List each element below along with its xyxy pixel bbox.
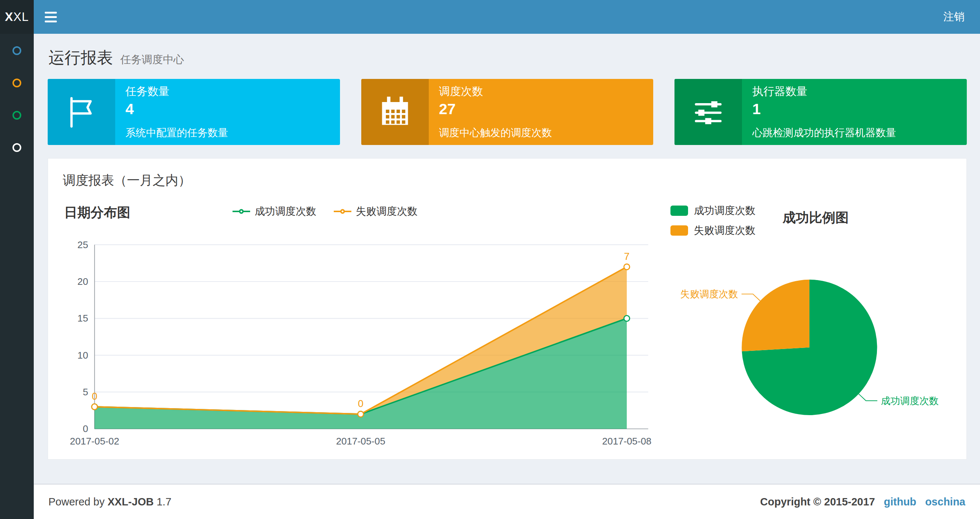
oschina-link[interactable]: oschina [925, 496, 965, 508]
flag-icon [48, 79, 115, 145]
info-box-value: 1 [752, 101, 955, 118]
info-box-trigger-count: 调度次数 27 调度中心触发的调度次数 [361, 79, 654, 145]
legend-item-success[interactable]: 成功调度次数 [670, 204, 756, 218]
left-rail: XXL [0, 0, 34, 519]
pie-chart-title: 成功比例图 [783, 209, 849, 227]
info-box-description: 调度中心触发的调度次数 [439, 126, 642, 140]
line-marker-icon [232, 207, 250, 216]
sliders-icon [675, 79, 742, 145]
page-header: 运行报表 任务调度中心 [48, 42, 967, 79]
area-chart-title: 日期分布图 [64, 205, 130, 220]
calendar-icon [361, 79, 429, 145]
info-box-description: 系统中配置的任务数量 [126, 126, 328, 140]
date-distribution-chart: 日期分布图 成功调度次数 失败调度次数 [59, 204, 657, 450]
swatch-icon [670, 206, 688, 216]
svg-text:0: 0 [92, 391, 97, 402]
area-chart-legend: 成功调度次数 失败调度次数 [232, 204, 417, 219]
sidebar-item-1[interactable] [13, 46, 21, 55]
product-name: XXL-JOB [107, 496, 154, 508]
sidebar [0, 34, 34, 519]
github-link[interactable]: github [884, 496, 916, 508]
swatch-icon [670, 225, 688, 236]
hamburger-icon [45, 12, 57, 14]
info-box-title: 任务数量 [126, 84, 328, 99]
sidebar-item-2[interactable] [13, 78, 21, 87]
top-navbar: 注销 [34, 0, 980, 34]
area-chart-svg: 05101520252017-05-022017-05-052017-05-08… [64, 229, 657, 450]
svg-text:5: 5 [83, 386, 88, 398]
copyright: Copyright © 2015-2017 github oschina [760, 496, 965, 508]
sidebar-item-4[interactable] [13, 143, 21, 152]
app-logo[interactable]: XXL [0, 0, 34, 34]
info-box-executor-count: 执行器数量 1 心跳检测成功的执行器机器数量 [675, 79, 967, 145]
logo-text-bold: X [5, 10, 13, 24]
svg-text:15: 15 [77, 313, 88, 324]
info-box-title: 调度次数 [439, 84, 642, 99]
product-version: 1.7 [157, 496, 171, 508]
schedule-report-panel: 调度报表（一月之内） 日期分布图 成功调度次数 [48, 158, 967, 460]
line-marker-icon [334, 207, 352, 216]
legend-item-fail[interactable]: 失败调度次数 [670, 224, 756, 238]
powered-by: Powered by XXL-JOB 1.7 [48, 496, 171, 508]
svg-text:0: 0 [358, 398, 363, 409]
svg-text:7: 7 [624, 251, 629, 262]
main-column: 注销 运行报表 任务调度中心 任务数量 4 [34, 0, 980, 519]
svg-text:2017-05-08: 2017-05-08 [602, 436, 651, 447]
success-ratio-chart: 成功调度次数 失败调度次数 成功比例图 成功调度次数失败调度次数 [657, 204, 955, 450]
app-window: XXL 注销 运行报表 任务调度中心 [0, 0, 980, 519]
logout-link[interactable]: 注销 [928, 10, 980, 24]
svg-text:25: 25 [77, 239, 88, 250]
legend-item-fail[interactable]: 失败调度次数 [334, 204, 417, 219]
svg-text:2017-05-02: 2017-05-02 [70, 436, 119, 447]
logo-text: XL [13, 10, 29, 24]
info-box-job-count: 任务数量 4 系统中配置的任务数量 [48, 79, 340, 145]
pie-chart-svg: 成功调度次数失败调度次数 [670, 240, 955, 440]
info-box-value: 4 [126, 101, 328, 118]
svg-text:失败调度次数: 失败调度次数 [680, 289, 738, 300]
sidebar-item-3[interactable] [13, 111, 21, 120]
pie-chart-legend: 成功调度次数 失败调度次数 [670, 204, 756, 238]
legend-item-success[interactable]: 成功调度次数 [232, 204, 316, 219]
panel-title: 调度报表（一月之内） [59, 172, 955, 189]
sidebar-toggle-button[interactable] [34, 0, 67, 34]
svg-text:20: 20 [77, 276, 88, 287]
info-box-row: 任务数量 4 系统中配置的任务数量 [48, 79, 967, 145]
page-title: 运行报表 [48, 47, 113, 69]
svg-text:成功调度次数: 成功调度次数 [881, 395, 939, 406]
info-box-description: 心跳检测成功的执行器机器数量 [752, 126, 955, 140]
svg-text:0: 0 [83, 423, 88, 434]
svg-text:2017-05-05: 2017-05-05 [336, 436, 385, 447]
page-subtitle: 任务调度中心 [120, 53, 184, 67]
footer: Powered by XXL-JOB 1.7 Copyright © 2015-… [34, 484, 980, 519]
svg-text:10: 10 [77, 350, 88, 361]
info-box-value: 27 [439, 101, 642, 118]
info-box-title: 执行器数量 [752, 84, 955, 99]
content-area: 运行报表 任务调度中心 任务数量 4 系统中配置的任务数量 [34, 34, 980, 484]
